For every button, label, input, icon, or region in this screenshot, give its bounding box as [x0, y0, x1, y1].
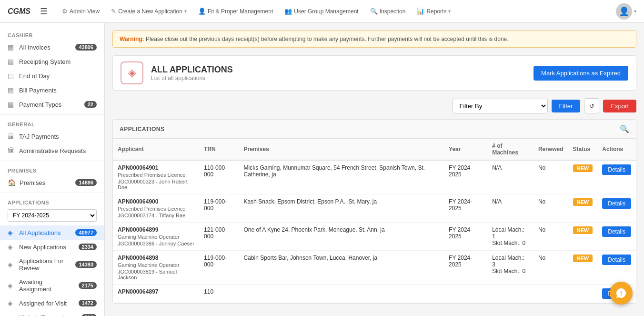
- nav-reports[interactable]: 📊 Reports ▾: [412, 5, 455, 18]
- hamburger-menu[interactable]: ☰: [40, 6, 48, 17]
- cell-premises: Cabin Sports Bar, Johnson Town, Lucea, H…: [239, 251, 444, 285]
- profile-area[interactable]: 👤 ▾: [616, 3, 636, 20]
- export-button[interactable]: Export: [603, 100, 636, 112]
- warning-text: Please close out the previous days recei…: [146, 36, 509, 42]
- nav-fit-proper[interactable]: 👤 Fit & Proper Management: [193, 5, 278, 18]
- cell-year: FY 2024-2025: [444, 194, 487, 223]
- chevron-down-icon: ▾: [184, 9, 187, 14]
- page-header-icon: ◈: [121, 61, 143, 84]
- receipting-icon: ▤: [8, 58, 15, 65]
- refresh-button[interactable]: ↺: [584, 98, 599, 113]
- main-content: Warning: Please close out the previous d…: [105, 23, 644, 311]
- invoices-icon: ▤: [8, 43, 15, 51]
- sidebar-item-end-of-day[interactable]: ▤ End of Day: [0, 69, 104, 83]
- app-type: Prescribed Premises Licence: [118, 172, 194, 178]
- cell-applicant: APN000064898 Gaming Machine Operator JGC…: [113, 251, 199, 285]
- year-selector[interactable]: FY 2024-2025 FY 2023-2024 FY 2022-2023: [8, 209, 97, 222]
- applications-section-label: APPLICATIONS: [120, 126, 164, 133]
- applications-card: APPLICATIONS 🔍 Applicant TRN Premises Ye…: [112, 119, 636, 304]
- sidebar-item-admin-requests[interactable]: 🏛 Administrative Requests: [0, 143, 104, 158]
- cell-premises: Kash Snack, Epsom District, Epson P.A., …: [239, 194, 444, 223]
- sidebar-item-assigned-visit[interactable]: ◈ Assigned for Visit 1472: [0, 296, 104, 310]
- avatar: 👤: [616, 3, 632, 20]
- logo: CGMS: [8, 7, 30, 16]
- payment-types-icon: ▤: [8, 101, 15, 108]
- status-badge: NEW: [573, 255, 593, 262]
- nav-items: ⚙ Admin View ✎ Create a New Application …: [57, 5, 616, 18]
- nav-create-app[interactable]: ✎ Create a New Application ▾: [106, 5, 191, 18]
- sidebar-item-visited-recom[interactable]: ◈ Visited (Recom.) 596: [0, 310, 104, 311]
- applications-table: Applicant TRN Premises Year # of Machine…: [113, 139, 636, 303]
- new-apps-icon: ◈: [8, 243, 15, 251]
- year-dropdown[interactable]: FY 2024-2025 FY 2023-2024 FY 2022-2023: [8, 209, 97, 222]
- settings-icon: ⚙: [62, 8, 68, 15]
- sidebar-item-premises[interactable]: 🏠 Premises 14886: [0, 175, 104, 190]
- profile-chevron-icon: ▾: [634, 9, 636, 14]
- cell-machines: Local Mach.: 3Slot Mach.: 0: [487, 251, 533, 285]
- mark-expired-button[interactable]: Mark Applications as Expired: [533, 66, 628, 81]
- filter-by-select[interactable]: Filter By: [453, 99, 548, 113]
- filter-button[interactable]: Filter: [552, 100, 581, 112]
- nav-admin-view[interactable]: ⚙ Admin View: [57, 5, 104, 18]
- app-type: Gaming Machine Operator: [118, 234, 194, 240]
- sidebar-item-new-applications[interactable]: ◈ New Applications 2334: [0, 240, 104, 254]
- details-button[interactable]: Details: [602, 198, 631, 209]
- sidebar-item-all-invoices[interactable]: ▤ All Invoices 43806: [0, 40, 104, 54]
- cell-status: [568, 285, 598, 303]
- cell-renewed: No: [533, 251, 568, 285]
- table-row: APN000064897 110- Details: [113, 285, 636, 303]
- sidebar-item-awaiting-assignment[interactable]: ◈ Awaiting Assignment 2175: [0, 275, 104, 296]
- applicant-name: JGC000003174 - Tiffany Rae: [118, 213, 194, 218]
- app-type: Gaming Machine Operator: [118, 262, 194, 268]
- table-body: APN000064901 Prescribed Premises Licence…: [113, 160, 636, 303]
- divider-premises: [0, 161, 104, 161]
- sidebar-item-all-applications[interactable]: ◈ All Applications 40977: [0, 225, 104, 240]
- app-id: APN000064900: [118, 198, 194, 205]
- cell-renewed: No: [533, 194, 568, 223]
- sidebar-item-receipting[interactable]: ▤ Receipting System: [0, 54, 104, 69]
- app-id: APN000064899: [118, 226, 194, 233]
- premises-section-title: PREMISES: [0, 164, 104, 175]
- table-row: APN000064900 Prescribed Premises Licence…: [113, 194, 636, 223]
- col-trn: TRN: [199, 139, 239, 160]
- cell-actions[interactable]: Details: [597, 160, 636, 194]
- details-button[interactable]: Details: [602, 226, 631, 237]
- cell-renewed: No: [533, 160, 568, 194]
- nav-inspection[interactable]: 🔍 Inspection: [365, 5, 411, 18]
- col-year: Year: [444, 139, 487, 160]
- visit-icon: ◈: [8, 299, 15, 307]
- cell-status: NEW: [568, 160, 598, 194]
- cell-actions[interactable]: Details: [597, 251, 636, 285]
- sidebar-item-payment-types[interactable]: ▤ Payment Types 22: [0, 97, 104, 112]
- cell-actions[interactable]: Details: [597, 194, 636, 223]
- details-button[interactable]: Details: [602, 164, 631, 175]
- sidebar: CASHIER ▤ All Invoices 43806 ▤ Receiptin…: [0, 23, 105, 311]
- premises-icon: 🏠: [8, 179, 16, 186]
- nav-user-group[interactable]: 👥 User Group Management: [280, 5, 363, 18]
- page-header-text: ALL APPLICATIONS List of all application…: [151, 65, 233, 82]
- user-group-icon: 👥: [284, 8, 292, 15]
- cell-machines: [487, 285, 533, 303]
- app-type: Prescribed Premises Licence: [118, 206, 194, 212]
- cell-year: FY 2024-2025: [444, 160, 487, 194]
- sidebar-item-apps-for-review[interactable]: ◈ Applications For Review 14393: [0, 254, 104, 275]
- cell-trn: 110-: [199, 285, 239, 303]
- status-badge: NEW: [573, 198, 593, 206]
- applications-header: APPLICATIONS 🔍: [113, 120, 636, 139]
- cell-applicant: APN000064899 Gaming Machine Operator JGC…: [113, 223, 199, 251]
- col-machines: # of Machines: [487, 139, 533, 160]
- floating-chat-button[interactable]: [610, 282, 633, 305]
- table-head: Applicant TRN Premises Year # of Machine…: [113, 139, 636, 160]
- cell-trn: 119-000-000: [199, 194, 239, 223]
- cell-year: [444, 285, 487, 303]
- table-search-button[interactable]: 🔍: [620, 124, 629, 133]
- cell-actions[interactable]: Details: [597, 223, 636, 251]
- col-applicant: Applicant: [113, 139, 199, 160]
- cell-renewed: No: [533, 223, 568, 251]
- fit-icon: 👤: [198, 8, 206, 15]
- create-icon: ✎: [111, 8, 116, 15]
- sidebar-item-taj-payments[interactable]: 🏛 TAJ Payments: [0, 129, 104, 143]
- sidebar-item-bill-payments[interactable]: ▤ Bill Payments: [0, 83, 104, 97]
- status-badge: NEW: [573, 226, 593, 234]
- details-button[interactable]: Details: [602, 255, 631, 265]
